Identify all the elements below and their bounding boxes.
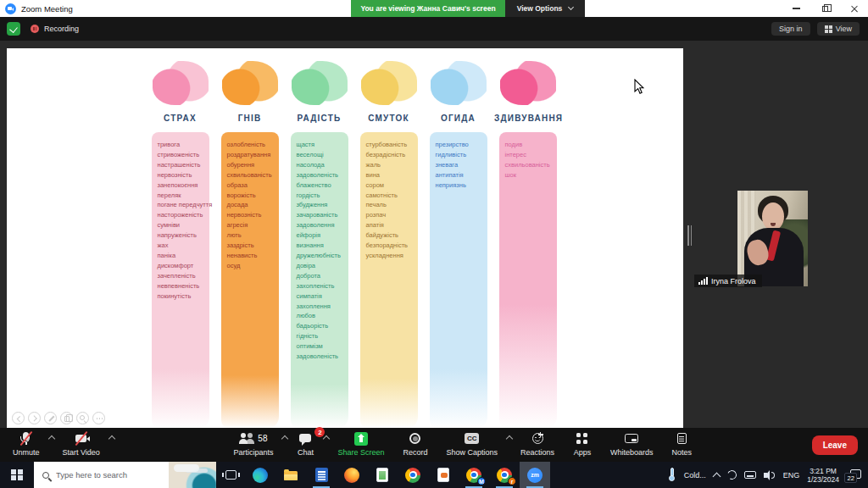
action-center-button[interactable]: 22 [847,469,861,481]
zoom-view-button[interactable] [76,412,89,424]
clock[interactable]: 3:21 PM 1/23/2024 [807,467,839,484]
close-button[interactable] [839,0,868,17]
panel-resize-handle[interactable] [687,225,692,246]
weather-label[interactable]: Cold... [684,471,706,480]
magnifier-icon [80,415,85,420]
zoom-icon: zm [527,468,542,483]
more-button[interactable] [92,412,105,424]
emotion-swatch [431,61,487,105]
taskbar-chrome-profile-m[interactable]: M [459,462,489,488]
recording-indicator-icon[interactable] [31,25,39,33]
task-view-button[interactable] [216,462,245,488]
minimize-icon [793,8,800,8]
emotion-word: схвильованість [505,160,557,170]
participant-name: Iryna Frolova [711,277,756,286]
emotion-word: гідність [297,331,348,341]
previous-button[interactable] [12,412,25,424]
emotion-word: веселощі [297,150,348,160]
tablet-mode-icon[interactable] [726,469,737,480]
share-screen-button[interactable]: Share Screen [328,428,393,462]
screen-share-banner: You are viewing Жанна Савич's screen [351,0,505,17]
emotion-word: сумніви [158,220,209,230]
apps-grid-icon [573,431,592,446]
unmute-button[interactable]: Unmute [3,428,53,462]
folder-icon [284,471,298,480]
search-input[interactable] [56,470,141,480]
copy-slides-button[interactable] [60,412,73,424]
emotion-chart: СТРАХтривогастривоженістьнастрашеністьне… [147,61,561,429]
taskbar-chrome[interactable] [398,462,428,488]
taskbar-zoom[interactable]: zm [520,462,550,488]
taskbar-calc[interactable] [367,462,398,488]
emotion-word: блаженство [297,180,348,191]
reactions-button[interactable]: Reactions [511,428,564,462]
record-icon [406,431,425,446]
taskbar-chrome-profile-r[interactable]: r [489,462,520,488]
view-button[interactable]: View [817,22,860,36]
taskbar-firefox[interactable] [337,462,367,488]
emotion-swatch [292,61,348,105]
participants-button[interactable]: 58 Participants [224,428,287,462]
emotion-word: захопленість [297,281,348,291]
language-indicator[interactable]: ENG [783,471,800,480]
weather-thermometer-icon[interactable] [668,468,676,482]
reactions-smiley-icon [528,431,547,446]
leave-button[interactable]: Leave [812,435,858,455]
emotion-word: неприязнь [436,180,487,191]
emotion-column: СМУТОКстурбованістьбезрадісністьжальвина… [355,61,422,429]
emotion-word: задоволення [297,220,348,230]
emotion-word: апатія [366,220,418,230]
taskbar-search[interactable] [34,462,216,488]
emotion-word: тривога [158,140,209,150]
emotion-column: РАДІСТЬщастявеселощінасолодазадоволеніст… [286,61,353,429]
emotion-word: невпевненість [158,281,209,291]
participants-icon [239,432,254,446]
record-button[interactable]: Record [393,428,437,462]
video-options-chevron[interactable] [108,435,115,442]
emotion-word: жах [158,241,209,251]
view-options-button[interactable]: View Options [505,0,585,17]
emotion-word: оптимізм [297,341,348,352]
emotion-word: озлобленість [227,140,279,150]
grid-view-icon [825,25,832,33]
emotion-word: ворожість [227,191,279,201]
apps-button[interactable]: Apps [564,428,601,462]
speaker-icon[interactable] [764,470,776,480]
meeting-info-bar: Recording Sign in View [0,17,868,41]
taskbar-impress[interactable] [428,462,459,488]
tray-expand-chevron[interactable] [712,472,721,480]
minimize-button[interactable] [782,0,810,17]
taskbar-file-explorer[interactable] [275,462,306,488]
taskbar-edge[interactable] [245,462,275,488]
chat-button[interactable]: 2 Chat [287,428,328,462]
next-button[interactable] [28,412,41,424]
emotion-title: СТРАХ [147,114,214,125]
participant-video[interactable] [737,191,808,286]
encryption-shield-icon[interactable] [7,22,20,36]
zoom-app-icon [5,3,16,14]
window-controls [782,0,868,17]
pages-icon [64,416,70,422]
emotion-word: щастя [297,140,348,150]
emotion-word: безпорадність [366,241,418,251]
taskbar-word[interactable] [306,462,337,488]
whiteboards-button[interactable]: Whiteboards [601,428,663,462]
draw-button[interactable] [44,412,57,424]
start-video-button[interactable]: Start Video [53,428,114,462]
emotion-word: агресія [227,220,279,230]
notes-button[interactable]: Notes [663,428,702,462]
restore-button[interactable] [810,0,839,17]
view-label: View [836,25,852,33]
emotion-title: ОГИДА [425,114,492,125]
captions-icon: CC [463,431,481,446]
emotion-word: задоволеність [297,170,348,180]
emotion-word: визнання [297,241,348,251]
keyboard-icon[interactable] [744,471,756,479]
edge-icon [253,468,268,483]
sign-in-button[interactable]: Sign in [771,22,810,36]
emotion-word: настрашеність [158,160,209,170]
start-button[interactable] [0,462,34,488]
emotion-word: роздратування [227,150,279,160]
show-captions-button[interactable]: CC Show Captions [437,428,512,462]
emotion-word-list: щастявеселощінасолодазадоволеністьблажен… [291,132,348,429]
